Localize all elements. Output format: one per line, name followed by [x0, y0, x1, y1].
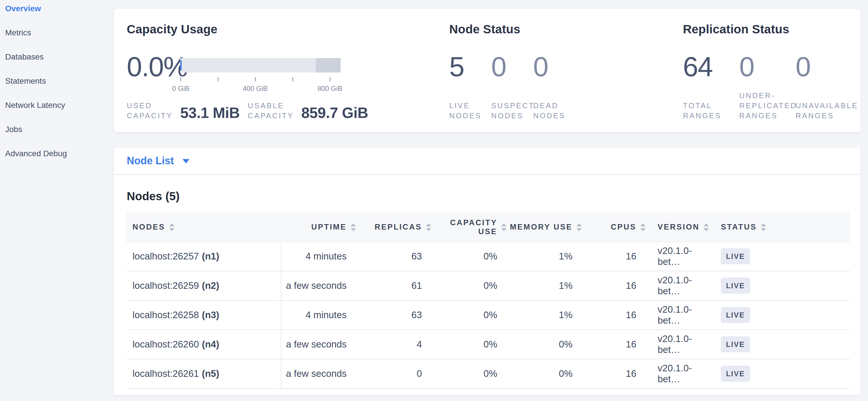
status-badge: LIVE	[721, 336, 750, 352]
status-cell: LIVE	[711, 359, 850, 388]
axis-tick	[292, 77, 293, 81]
axis-label-400: 400 GiB	[243, 85, 268, 93]
node-list-dropdown-label: Node List	[127, 155, 174, 167]
capacity-usage-title: Capacity Usage	[127, 23, 218, 36]
capacity-gauge-bar	[180, 58, 341, 73]
sort-icon[interactable]	[426, 223, 431, 231]
cluster-summary-card: Capacity Usage 0.0% 0 GiB 400 GiB 800 Gi…	[114, 8, 861, 132]
column-label: MEMORY USE	[510, 223, 572, 232]
sidebar-item-metrics[interactable]: Metrics	[5, 28, 114, 37]
under-replicated-ranges-value: 0	[739, 52, 796, 81]
column-header-status[interactable]: STATUS	[711, 223, 850, 232]
node-name-cell[interactable]: localhost:26258 (n3)	[126, 300, 281, 330]
under-replicated-ranges-stat: 0 UNDER- REPLICATED RANGES	[739, 52, 796, 121]
suspect-nodes-label: SUSPECT NODES	[491, 101, 533, 121]
node-name-cell[interactable]: localhost:26260 (n4)	[126, 330, 281, 359]
node-list-card: Node List Nodes (5) NODES UPTIME	[114, 147, 861, 395]
live-nodes-value: 5	[449, 52, 491, 81]
capacity-gauge-used-marker	[180, 60, 182, 70]
replicas-cell: 0	[358, 359, 433, 388]
memory-use-cell: 0%	[508, 330, 584, 359]
status-cell: LIVE	[711, 242, 850, 271]
used-capacity-value: 53.1 MiB	[180, 105, 240, 120]
suspect-nodes-value: 0	[491, 52, 533, 81]
status-badge: LIVE	[721, 307, 750, 323]
table-row[interactable]: localhost:26257 (n1) 4 minutes 63 0% 1% …	[126, 242, 850, 271]
sidebar: Overview Metrics Databases Statements Ne…	[0, 0, 114, 173]
column-header-memory-use[interactable]: MEMORY USE	[508, 223, 584, 232]
node-name-cell[interactable]: localhost:26259 (n2)	[126, 271, 281, 300]
column-header-version[interactable]: VERSION	[647, 223, 711, 232]
nodes-section-title: Nodes (5)	[127, 190, 850, 203]
status-badge: LIVE	[721, 248, 750, 264]
table-row[interactable]: localhost:26258 (n3) 4 minutes 63 0% 1% …	[126, 300, 850, 330]
table-row[interactable]: localhost:26260 (n4) a few seconds 4 0% …	[126, 330, 850, 359]
status-cell: LIVE	[711, 300, 850, 330]
dead-nodes-label: DEAD NODES	[533, 101, 575, 121]
node-address: localhost:26257	[132, 251, 199, 262]
cpus-cell: 16	[584, 300, 647, 330]
node-status-stats: 5 LIVE NODES 0 SUSPECT NODES 0 DEAD NODE…	[449, 52, 575, 121]
sidebar-item-databases[interactable]: Databases	[5, 53, 114, 61]
unavailable-ranges-value: 0	[796, 52, 852, 81]
uptime-cell: 4 minutes	[281, 242, 358, 271]
uptime-cell: a few seconds	[281, 271, 358, 300]
axis-tick	[330, 77, 331, 81]
node-name-cell[interactable]: localhost:26261 (n5)	[126, 359, 281, 388]
nodes-section: Nodes (5) NODES UPTIME REPLICAS	[114, 175, 861, 389]
capacity-use-cell: 0%	[433, 359, 508, 388]
replicas-cell: 4	[358, 330, 433, 359]
dead-nodes-stat: 0 DEAD NODES	[533, 52, 575, 121]
total-ranges-value: 64	[683, 52, 739, 81]
column-label: STATUS	[721, 223, 757, 232]
sort-icon[interactable]	[501, 223, 506, 231]
column-header-uptime[interactable]: UPTIME	[281, 223, 358, 232]
column-label: CAPACITY USE	[447, 218, 497, 236]
column-label: NODES	[132, 223, 165, 232]
main-content: Capacity Usage 0.0% 0 GiB 400 GiB 800 Gi…	[114, 0, 861, 401]
axis-label-0: 0 GiB	[172, 85, 189, 93]
node-list-dropdown[interactable]: Node List	[127, 155, 189, 167]
sidebar-item-statements[interactable]: Statements	[5, 77, 114, 85]
sort-icon[interactable]	[351, 223, 356, 231]
cpus-cell: 16	[584, 359, 647, 388]
status-badge: LIVE	[721, 366, 750, 382]
version-cell: v20.1.0-bet…	[647, 359, 711, 388]
sidebar-item-jobs[interactable]: Jobs	[5, 125, 114, 134]
sort-icon[interactable]	[577, 223, 582, 231]
capacity-gauge-axis: 0 GiB 400 GiB 800 GiB	[180, 77, 341, 95]
replication-status-title: Replication Status	[683, 23, 789, 36]
column-header-cpus[interactable]: CPUS	[584, 223, 647, 232]
uptime-cell: 4 minutes	[281, 300, 358, 330]
usable-capacity-label: USABLE CAPACITY	[248, 101, 294, 121]
column-header-replicas[interactable]: REPLICAS	[358, 223, 433, 232]
column-label: VERSION	[658, 223, 700, 232]
axis-tick	[218, 77, 218, 81]
node-id: (n5)	[202, 368, 219, 379]
sidebar-item-overview[interactable]: Overview	[5, 4, 114, 13]
status-badge: LIVE	[721, 278, 750, 294]
capacity-use-cell: 0%	[433, 300, 508, 330]
status-cell: LIVE	[711, 271, 850, 300]
used-capacity-label: USED CAPACITY	[127, 101, 173, 121]
sidebar-item-network-latency[interactable]: Network Latency	[5, 101, 114, 110]
node-address: localhost:26258	[132, 310, 199, 320]
status-cell: LIVE	[711, 330, 850, 359]
capacity-gauge-dark-segment	[316, 58, 341, 73]
table-row[interactable]: localhost:26259 (n2) a few seconds 61 0%…	[126, 271, 850, 300]
sort-icon[interactable]	[761, 223, 766, 231]
replicas-cell: 63	[358, 242, 433, 271]
sort-icon[interactable]	[704, 223, 709, 231]
version-cell: v20.1.0-bet…	[647, 271, 711, 300]
node-name-cell[interactable]: localhost:26257 (n1)	[126, 242, 281, 271]
node-id: (n1)	[202, 251, 219, 262]
sort-icon[interactable]	[640, 223, 646, 231]
sidebar-item-advanced-debug[interactable]: Advanced Debug	[5, 149, 114, 158]
node-id: (n2)	[202, 280, 219, 291]
capacity-use-cell: 0%	[433, 271, 508, 300]
column-header-capacity-use[interactable]: CAPACITY USE	[433, 218, 508, 236]
column-header-nodes[interactable]: NODES	[126, 223, 281, 232]
chevron-down-icon	[183, 159, 189, 163]
table-row[interactable]: localhost:26261 (n5) a few seconds 0 0% …	[126, 359, 850, 389]
sort-icon[interactable]	[169, 223, 175, 231]
